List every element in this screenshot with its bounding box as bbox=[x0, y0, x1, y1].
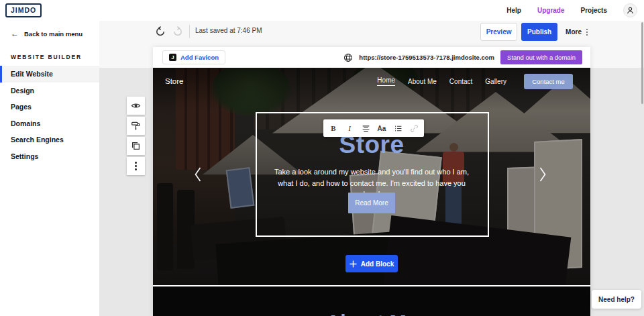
sidebar-item-domains[interactable]: Domains bbox=[0, 115, 99, 132]
toolbar-actions: Preview Publish More bbox=[480, 23, 588, 41]
nav-link-gallery[interactable]: Gallery bbox=[485, 78, 506, 85]
style-block-button[interactable] bbox=[127, 117, 145, 135]
block-selection-outline bbox=[256, 112, 489, 237]
sidebar: ← Back to main menu WEBSITE BUILDER Edit… bbox=[0, 21, 99, 316]
undo-icon bbox=[155, 26, 166, 37]
link-icon bbox=[410, 124, 419, 133]
domain-cta-button[interactable]: Stand out with a domain bbox=[500, 50, 582, 64]
publish-button[interactable]: Publish bbox=[521, 23, 557, 41]
hero-block[interactable]: Store Home About Me Contact Gallery Cont… bbox=[153, 68, 590, 285]
eye-icon bbox=[131, 101, 141, 111]
next-section-block[interactable]: About Me bbox=[153, 285, 590, 316]
sidebar-item-design[interactable]: Design bbox=[0, 83, 99, 99]
jimdo-editor-app: JIMDO Help Upgrade Projects ← Back to ma… bbox=[0, 0, 644, 316]
hide-block-button[interactable] bbox=[127, 97, 145, 115]
nav-link-contact[interactable]: Contact bbox=[449, 78, 472, 85]
jimdo-logo[interactable]: JIMDO bbox=[5, 3, 42, 17]
font-size-button[interactable]: Aa bbox=[376, 122, 388, 134]
site-brand[interactable]: Store bbox=[165, 77, 184, 85]
site-url-group: https://store-1759513573-7178.jimdosite.… bbox=[343, 47, 582, 68]
help-link[interactable]: Help bbox=[506, 7, 521, 14]
site-nav-links: Home About Me Contact Gallery bbox=[377, 76, 506, 86]
carousel-prev-button[interactable] bbox=[192, 164, 204, 185]
read-more-button[interactable]: Read More bbox=[348, 193, 395, 213]
duplicate-icon bbox=[131, 141, 141, 151]
preview-button[interactable]: Preview bbox=[480, 23, 517, 41]
list-icon bbox=[394, 124, 402, 133]
site-navbar: Store Home About Me Contact Gallery Cont… bbox=[153, 72, 590, 90]
chevron-right-icon bbox=[539, 166, 547, 182]
main-area: Last saved at 7:46 PM Preview Publish Mo… bbox=[99, 21, 644, 316]
toolbar-divider bbox=[189, 25, 190, 38]
add-favicon-label: Add Favicon bbox=[180, 54, 219, 61]
align-center-icon bbox=[362, 124, 370, 133]
scrollbar-thumb[interactable] bbox=[641, 22, 643, 104]
contact-me-button[interactable]: Contact me bbox=[524, 74, 573, 89]
more-label: More bbox=[566, 28, 582, 36]
redo-icon bbox=[172, 26, 183, 37]
person-icon bbox=[626, 6, 635, 15]
last-saved-status: Last saved at 7:46 PM bbox=[195, 27, 262, 34]
sidebar-item-search-engines[interactable]: Search Engines bbox=[0, 131, 99, 148]
sidebar-item-edit-website[interactable]: Edit Website bbox=[0, 66, 99, 83]
favicon-thumbnail: J bbox=[169, 54, 176, 61]
add-block-label: Add Block bbox=[361, 260, 394, 268]
hero-title[interactable]: Store bbox=[153, 131, 590, 160]
sidebar-section-title: WEBSITE BUILDER bbox=[0, 46, 99, 66]
globe-icon bbox=[343, 53, 353, 62]
add-favicon-button[interactable]: J Add Favicon bbox=[162, 50, 225, 64]
page-scrollbar bbox=[641, 22, 643, 315]
back-to-main-menu[interactable]: ← Back to main menu bbox=[0, 21, 99, 46]
chevron-left-icon bbox=[194, 166, 202, 182]
site-canvas: J Add Favicon https://store-1759513573-7… bbox=[153, 47, 590, 316]
paint-style-icon bbox=[131, 121, 141, 131]
nav-link-home[interactable]: Home bbox=[377, 76, 395, 86]
sidebar-item-settings[interactable]: Settings bbox=[0, 148, 99, 165]
nav-link-about-me[interactable]: About Me bbox=[408, 78, 437, 85]
plus-icon bbox=[350, 260, 357, 268]
carousel-next-button[interactable] bbox=[537, 164, 549, 185]
next-section-heading-peek: About Me bbox=[153, 313, 590, 316]
list-button[interactable] bbox=[392, 122, 404, 134]
more-button[interactable]: More bbox=[566, 28, 588, 36]
align-button[interactable] bbox=[360, 122, 372, 134]
undo-button[interactable] bbox=[153, 24, 168, 39]
projects-link[interactable]: Projects bbox=[581, 7, 607, 14]
block-more-button[interactable] bbox=[127, 157, 145, 175]
site-url[interactable]: https://store-1759513573-7178.jimdosite.… bbox=[359, 54, 494, 61]
back-arrow-icon: ← bbox=[11, 30, 19, 38]
hero-background-photo bbox=[153, 68, 590, 285]
sidebar-item-pages[interactable]: Pages bbox=[0, 99, 99, 115]
top-app-bar: JIMDO Help Upgrade Projects bbox=[0, 0, 644, 21]
kebab-icon bbox=[586, 29, 588, 36]
italic-button[interactable]: I bbox=[343, 122, 356, 134]
user-avatar[interactable] bbox=[623, 3, 637, 17]
redo-button[interactable] bbox=[170, 24, 185, 39]
back-label: Back to main menu bbox=[24, 30, 83, 38]
need-help-button[interactable]: Need help? bbox=[592, 290, 641, 309]
link-button[interactable] bbox=[408, 122, 420, 134]
more-dots-icon bbox=[135, 162, 137, 170]
upgrade-link[interactable]: Upgrade bbox=[537, 7, 565, 14]
topbar-links: Help Upgrade Projects bbox=[506, 0, 637, 21]
add-block-button[interactable]: Add Block bbox=[345, 255, 398, 272]
favicon-bar: J Add Favicon https://store-1759513573-7… bbox=[153, 47, 590, 68]
bold-button[interactable]: B bbox=[327, 122, 339, 134]
duplicate-block-button[interactable] bbox=[127, 137, 145, 155]
block-toolbar bbox=[127, 97, 145, 175]
text-format-toolbar: B I Aa bbox=[323, 119, 424, 137]
